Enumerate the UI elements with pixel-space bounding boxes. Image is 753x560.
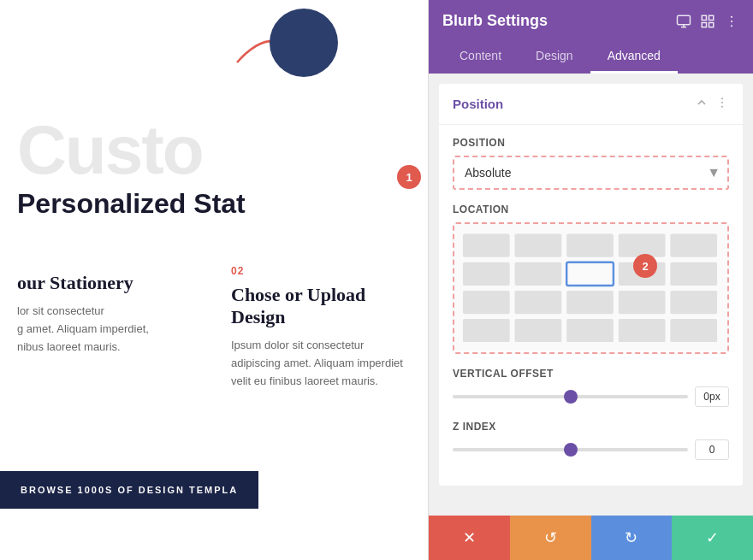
save-button[interactable]: ✓ bbox=[672, 516, 753, 560]
svg-rect-1 bbox=[678, 15, 691, 25]
position-field: Position Default Relative Absolute Fixed… bbox=[453, 137, 729, 190]
vertical-offset-slider[interactable] bbox=[453, 395, 688, 398]
svg-rect-20 bbox=[515, 262, 562, 286]
svg-rect-27 bbox=[619, 291, 666, 314]
chevron-up-icon[interactable] bbox=[695, 96, 709, 112]
location-grid-container[interactable] bbox=[453, 222, 729, 354]
svg-rect-19 bbox=[463, 262, 510, 286]
redo-icon: ↻ bbox=[625, 528, 637, 547]
svg-point-8 bbox=[731, 15, 732, 17]
settings-header: Blurb Settings bbox=[429, 0, 753, 74]
preview-panel: Custo Personalized Stat our Stationery l… bbox=[0, 0, 428, 560]
tab-content[interactable]: Content bbox=[442, 40, 519, 74]
tab-design[interactable]: Design bbox=[519, 40, 590, 74]
location-grid-svg bbox=[461, 231, 720, 342]
badge-2: 2 bbox=[633, 254, 657, 278]
svg-rect-15 bbox=[515, 233, 562, 256]
arrow-icon bbox=[293, 32, 314, 53]
svg-rect-6 bbox=[702, 22, 706, 27]
svg-rect-4 bbox=[702, 15, 706, 20]
position-select-wrapper: Default Relative Absolute Fixed ▼ bbox=[453, 156, 729, 190]
svg-point-9 bbox=[731, 20, 732, 21]
section-title: Position bbox=[453, 97, 503, 111]
svg-rect-24 bbox=[463, 291, 510, 314]
svg-rect-7 bbox=[709, 22, 714, 27]
tab-advanced[interactable]: Advanced bbox=[590, 40, 678, 74]
z-index-field: Z Index 0 bbox=[453, 421, 729, 460]
settings-header-icons bbox=[676, 14, 739, 29]
preview-heading-sub: Personalized Stat bbox=[17, 188, 246, 220]
save-icon: ✓ bbox=[706, 528, 719, 547]
z-index-label: Z Index bbox=[453, 421, 729, 433]
grid-icon[interactable] bbox=[700, 14, 715, 29]
location-field: Location bbox=[453, 203, 729, 354]
more-vertical-icon[interactable] bbox=[724, 14, 739, 29]
redo-button[interactable]: ↻ bbox=[591, 516, 673, 560]
settings-footer: ✕ ↺ ↻ ✓ bbox=[429, 516, 753, 560]
position-section: Position Pos bbox=[439, 84, 743, 486]
svg-rect-31 bbox=[566, 319, 614, 342]
svg-rect-14 bbox=[463, 233, 510, 256]
preview-col2-title: Chose or Upload Design bbox=[231, 284, 411, 328]
svg-rect-33 bbox=[670, 319, 717, 342]
preview-col2-text: Ipsum dolor sit consectetur adipiscing a… bbox=[231, 337, 411, 390]
svg-rect-26 bbox=[566, 291, 614, 314]
svg-rect-30 bbox=[515, 319, 562, 342]
svg-rect-29 bbox=[463, 319, 510, 342]
section-header: Position bbox=[439, 84, 743, 125]
location-field-label: Location bbox=[453, 203, 729, 215]
preview-circle bbox=[270, 9, 338, 77]
cancel-button[interactable]: ✕ bbox=[429, 516, 510, 560]
preview-cta-button: BROWSE 1000S OF DESIGN TEMPLA bbox=[0, 471, 258, 509]
undo-button[interactable]: ↺ bbox=[510, 516, 591, 560]
svg-point-11 bbox=[721, 97, 723, 99]
preview-col2-label: 02 bbox=[231, 265, 411, 277]
vertical-offset-value: 0px bbox=[695, 386, 729, 407]
settings-title-row: Blurb Settings bbox=[442, 12, 739, 30]
settings-title: Blurb Settings bbox=[442, 12, 548, 30]
settings-panel: Blurb Settings bbox=[428, 0, 753, 560]
z-index-value: 0 bbox=[695, 439, 729, 460]
svg-rect-32 bbox=[619, 319, 666, 342]
vertical-offset-field: Vertical Offset 0px bbox=[453, 368, 729, 407]
preview-col1-title: our Stationery bbox=[17, 272, 197, 294]
z-index-slider-row: 0 bbox=[453, 439, 729, 460]
settings-content: Position Pos bbox=[429, 74, 753, 516]
undo-icon: ↺ bbox=[544, 528, 557, 547]
svg-rect-23 bbox=[670, 262, 717, 286]
cancel-icon: ✕ bbox=[463, 528, 476, 547]
vertical-offset-label: Vertical Offset bbox=[453, 368, 729, 380]
preview-col-2: 02 Chose or Upload Design Ipsum dolor si… bbox=[231, 265, 411, 390]
preview-col-1: our Stationery lor sit consectetur g ame… bbox=[17, 265, 197, 390]
preview-col1-text: lor sit consectetur g amet. Aliquam impe… bbox=[17, 303, 197, 356]
section-more-icon[interactable] bbox=[715, 96, 729, 112]
badge-1: 1 bbox=[397, 165, 421, 189]
svg-point-10 bbox=[731, 25, 732, 27]
svg-rect-18 bbox=[670, 233, 717, 256]
position-select[interactable]: Default Relative Absolute Fixed bbox=[453, 156, 729, 190]
svg-rect-25 bbox=[515, 291, 562, 314]
screen-icon[interactable] bbox=[676, 14, 691, 29]
preview-heading-large: Custo bbox=[17, 111, 203, 190]
settings-tabs: Content Design Advanced bbox=[442, 40, 739, 74]
svg-rect-28 bbox=[670, 291, 717, 314]
svg-point-13 bbox=[721, 106, 723, 108]
svg-rect-5 bbox=[709, 15, 714, 20]
svg-point-12 bbox=[721, 102, 723, 103]
svg-rect-21 bbox=[566, 262, 614, 286]
preview-content-section: our Stationery lor sit consectetur g ame… bbox=[17, 265, 411, 390]
z-index-slider[interactable] bbox=[453, 448, 688, 451]
position-field-label: Position bbox=[453, 137, 729, 149]
section-header-icons bbox=[695, 96, 729, 112]
section-body: Position Default Relative Absolute Fixed… bbox=[439, 125, 743, 486]
svg-rect-16 bbox=[566, 233, 614, 256]
vertical-offset-slider-row: 0px bbox=[453, 386, 729, 407]
